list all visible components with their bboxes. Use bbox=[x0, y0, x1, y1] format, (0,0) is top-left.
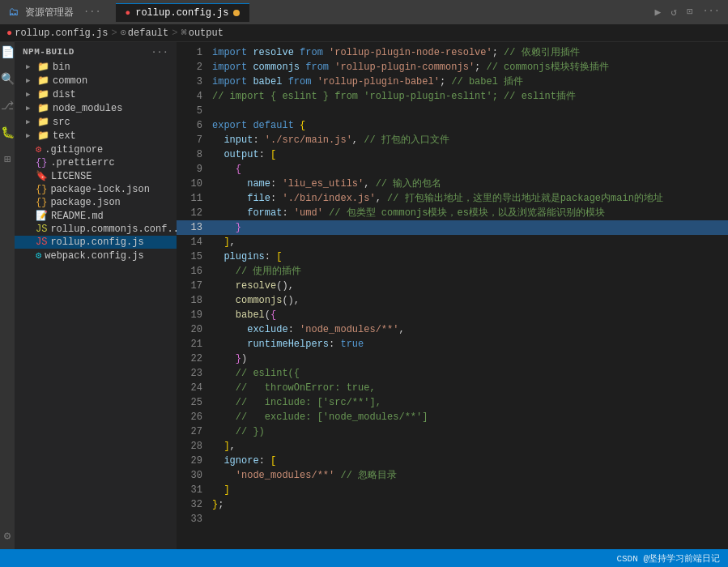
toolbar-icons: ▶ ↺ ⊡ ··· bbox=[655, 6, 721, 19]
sidebar-item-label: src bbox=[53, 117, 70, 128]
sidebar-item-src[interactable]: ▶ 📁 src bbox=[15, 115, 177, 129]
code-line-21: runtimeHelpers: true bbox=[212, 337, 728, 352]
folder-icon: 📁 bbox=[37, 116, 49, 128]
activity-bar: 📄 🔍 ⎇ 🐛 ⊞ ⚙ bbox=[0, 42, 15, 549]
arrow-icon: ▶ bbox=[26, 62, 34, 71]
sidebar-item-label: node_modules bbox=[53, 103, 122, 114]
js-icon: JS bbox=[36, 224, 47, 235]
sidebar-item-package-lock[interactable]: {} package-lock.json bbox=[15, 183, 177, 196]
folder-icon: 📁 bbox=[37, 130, 49, 142]
breadcrumb-file-icon: ● bbox=[6, 28, 12, 39]
code-line-24: // throwOnError: true, bbox=[212, 381, 728, 395]
sidebar-item-readme[interactable]: 📝 README.md bbox=[15, 209, 177, 223]
breadcrumb-sep2: > bbox=[172, 28, 177, 39]
breadcrumb-icon1: ⊙ bbox=[121, 27, 126, 39]
breadcrumb: ● rollup.config.js > ⊙ default > ⌘ outpu… bbox=[0, 24, 728, 42]
activity-search[interactable]: 🔍 bbox=[1, 72, 15, 86]
debug-icon[interactable]: ↺ bbox=[671, 6, 677, 19]
js-active-icon: JS bbox=[36, 237, 47, 248]
code-line-11: file: './bin/index.js', // 打包输出地址，这里的导出地… bbox=[212, 191, 728, 206]
line-numbers: 1 2 3 4 5 6 7 8 9 10 11 12 13 14 15 16 1… bbox=[177, 42, 212, 549]
active-tab[interactable]: ● rollup.config.js bbox=[116, 3, 250, 22]
code-line-17: resolve(), bbox=[212, 279, 728, 293]
sidebar-item-label: .prettierrc bbox=[50, 157, 114, 168]
breadcrumb-node2[interactable]: output bbox=[189, 28, 224, 39]
sidebar-item-label: bin bbox=[53, 62, 70, 73]
more-icon[interactable]: ··· bbox=[702, 6, 720, 19]
sidebar-item-license[interactable]: 🔖 LICENSE bbox=[15, 169, 177, 183]
sidebar-item-label: README.md bbox=[51, 211, 104, 222]
folder-icon: 📁 bbox=[37, 88, 49, 100]
app-icon: 🗂 bbox=[8, 6, 19, 19]
code-line-2: import commonjs from 'rollup-plugin-comm… bbox=[212, 60, 728, 75]
sidebar-item-label: LICENSE bbox=[51, 171, 92, 182]
activity-debug[interactable]: 🐛 bbox=[1, 126, 15, 139]
git-icon: ⚙ bbox=[36, 143, 41, 156]
code-line-15: plugins: [ bbox=[212, 249, 728, 264]
sidebar-item-rollup-config[interactable]: JS rollup.config.js bbox=[15, 236, 177, 249]
code-line-14: ], bbox=[212, 235, 728, 249]
breadcrumb-file[interactable]: rollup.config.js bbox=[15, 28, 108, 39]
code-line-9: { bbox=[212, 162, 728, 177]
tab-label: rollup.config.js bbox=[135, 7, 228, 19]
sidebar: NPM-BUILD ··· ▶ 📁 bin ▶ 📁 common ▶ 📁 dis… bbox=[15, 42, 177, 549]
activity-git[interactable]: ⎇ bbox=[1, 99, 14, 113]
sidebar-section-label: NPM-BUILD bbox=[23, 47, 75, 57]
sidebar-item-text[interactable]: ▶ 📁 text bbox=[15, 129, 177, 143]
code-line-30: 'node_modules/**' // 忽略目录 bbox=[212, 468, 728, 483]
sidebar-header-dots: ··· bbox=[151, 47, 168, 57]
code-line-6: export default { bbox=[212, 118, 728, 133]
split-icon[interactable]: ⊡ bbox=[687, 6, 692, 19]
status-text: CSDN @坚持学习前端日记 bbox=[616, 552, 720, 565]
sidebar-item-label: dist bbox=[53, 89, 76, 100]
activity-extensions[interactable]: ⊞ bbox=[4, 152, 11, 166]
folder-icon: 📁 bbox=[37, 102, 49, 114]
sidebar-item-dist[interactable]: ▶ 📁 dist bbox=[15, 87, 177, 101]
sidebar-item-package[interactable]: {} package.json bbox=[15, 196, 177, 209]
sidebar-item-gitignore[interactable]: ⚙ .gitignore bbox=[15, 143, 177, 156]
sidebar-item-rollup-commonjs[interactable]: JS rollup.commonjs.conf... bbox=[15, 223, 177, 236]
sidebar-header: NPM-BUILD ··· bbox=[15, 42, 177, 60]
sidebar-item-bin[interactable]: ▶ 📁 bin bbox=[15, 60, 177, 74]
breadcrumb-icon2: ⌘ bbox=[181, 27, 186, 39]
breadcrumb-node1[interactable]: default bbox=[128, 28, 168, 39]
code-line-7: input: './src/main.js', // 打包的入口文件 bbox=[212, 133, 728, 147]
code-line-19: babel({ bbox=[212, 308, 728, 322]
sidebar-item-label: common bbox=[53, 75, 87, 87]
sidebar-item-common[interactable]: ▶ 📁 common bbox=[15, 74, 177, 87]
main-area: 📄 🔍 ⎇ 🐛 ⊞ ⚙ NPM-BUILD ··· ▶ 📁 bin ▶ 📁 co… bbox=[0, 42, 728, 549]
code-line-28: ], bbox=[212, 439, 728, 454]
sidebar-item-label: rollup.config.js bbox=[50, 237, 143, 248]
code-line-4: // import { eslint } from 'rollup-plugin… bbox=[212, 89, 728, 104]
license-icon: 🔖 bbox=[36, 170, 48, 182]
json-icon: {} bbox=[36, 197, 47, 208]
prettier-icon: {} bbox=[36, 157, 47, 168]
code-line-27: // }) bbox=[212, 424, 728, 439]
tab-modified-dot bbox=[233, 10, 240, 16]
code-line-5 bbox=[212, 104, 728, 118]
sidebar-item-webpack[interactable]: ⚙ webpack.config.js bbox=[15, 249, 177, 262]
code-editor[interactable]: 1 2 3 4 5 6 7 8 9 10 11 12 13 14 15 16 1… bbox=[177, 42, 728, 549]
title-bar: 🗂 资源管理器 ··· ● rollup.config.js ▶ ↺ ⊡ ··· bbox=[0, 0, 728, 24]
code-line-3: import babel from 'rollup-plugin-babel';… bbox=[212, 75, 728, 89]
run-icon[interactable]: ▶ bbox=[655, 6, 662, 19]
sidebar-item-label: rollup.commonjs.conf... bbox=[50, 224, 177, 235]
activity-settings[interactable]: ⚙ bbox=[4, 529, 11, 549]
sidebar-item-prettierrc[interactable]: {} .prettierrc bbox=[15, 156, 177, 169]
tab-file-icon: ● bbox=[126, 8, 131, 18]
sidebar-item-node-modules[interactable]: ▶ 📁 node_modules bbox=[15, 101, 177, 115]
code-line-29: ignore: [ bbox=[212, 454, 728, 468]
code-line-13: } bbox=[212, 220, 728, 235]
arrow-icon: ▶ bbox=[26, 76, 34, 85]
webpack-icon: ⚙ bbox=[36, 249, 41, 262]
sidebar-item-label: package.json bbox=[50, 197, 120, 208]
folder-icon: 📁 bbox=[37, 75, 49, 87]
code-line-20: exclude: 'node_modules/**', bbox=[212, 322, 728, 337]
code-line-8: output: [ bbox=[212, 147, 728, 162]
code-line-16: // 使用的插件 bbox=[212, 264, 728, 279]
code-line-10: name: 'liu_es_utils', // 输入的包名 bbox=[212, 177, 728, 191]
activity-explorer[interactable]: 📄 bbox=[1, 45, 15, 59]
code-line-26: // exclude: ['node_modules/**'] bbox=[212, 410, 728, 424]
arrow-icon: ▶ bbox=[26, 131, 34, 140]
md-icon: 📝 bbox=[36, 210, 48, 222]
